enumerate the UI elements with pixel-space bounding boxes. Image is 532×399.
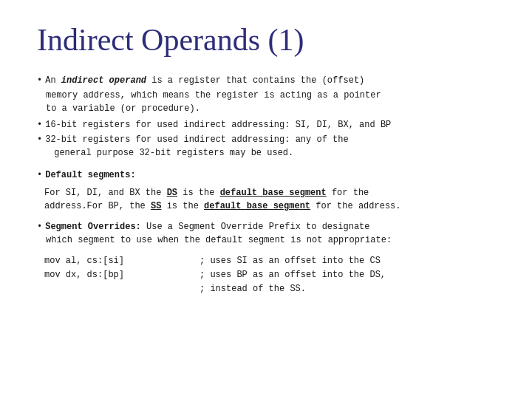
default-base-segment-2: default base segment — [204, 201, 310, 211]
code-line3-right: ; instead of the SS. — [200, 282, 495, 296]
ds-line2-pre: address.For BP, the — [44, 201, 151, 211]
code-line1-left: mov al, cs:[si] — [44, 254, 177, 268]
intro-pre: An — [45, 75, 61, 86]
code-line-2: mov dx, ds:[bp] ; uses BP as an offset i… — [44, 268, 495, 282]
ds-ss-lines: For SI, DI, and BX the DS is the default… — [44, 186, 495, 213]
bullet-dot-4: • — [37, 170, 42, 180]
code-line1-right: ; uses SI as an offset into the CS — [200, 254, 495, 268]
ds-line1: For SI, DI, and BX the DS is the default… — [44, 186, 495, 200]
code-line-3: ; instead of the SS. — [44, 282, 495, 296]
content-area: • An indirect operand is a register that… — [37, 74, 495, 297]
bullet-dot-2: • — [37, 118, 42, 132]
bullet-indirect-operand: • An indirect operand is a register that… — [37, 74, 495, 115]
ds-label: DS — [167, 188, 177, 198]
code-line2-left: mov dx, ds:[bp] — [44, 268, 177, 282]
default-segments-heading: Default segments: — [45, 170, 135, 180]
bullet-32bit: • 32-bit registers for used indirect add… — [37, 133, 495, 160]
segment-text: Use a Segment Override Prefix to designa… — [141, 222, 370, 232]
default-segments-section: •Default segments: — [37, 168, 495, 182]
ss-label: SS — [151, 201, 161, 211]
bullet32-line2: general purpose 32-bit registers may be … — [54, 146, 495, 160]
segment-overrides-section: •Segment Overrides: Use a Segment Overri… — [37, 220, 495, 247]
ds-line1-end: for the — [327, 188, 369, 198]
intro-post: is a register that contains the (offset) — [146, 75, 364, 86]
bullet-dot-3: • — [37, 133, 42, 146]
intro-line3: to a variable (or procedure). — [46, 102, 495, 115]
default-base-segment-1: default base segment — [220, 188, 327, 198]
intro-line2: memory address, which means the register… — [46, 89, 495, 102]
ds-line1-post: is the — [177, 188, 220, 198]
ds-line2: address.For BP, the SS is the default ba… — [44, 200, 495, 213]
code-line2-right: ; uses BP as an offset into the DS, — [200, 268, 495, 282]
bullet-text-1: An indirect operand is a register that c… — [45, 74, 495, 87]
bullet32-line1: 32-bit registers for used indirect addre… — [45, 133, 495, 146]
bullet-16bit: • 16-bit registers for used indirect add… — [37, 118, 495, 132]
segment-heading: Segment Overrides: — [45, 222, 141, 232]
bullet-line-1-cont: memory address, which means the register… — [46, 89, 495, 115]
ds-line2-post: is the — [161, 201, 204, 211]
page: Indirect Operands (1) • An indirect oper… — [0, 0, 532, 399]
code-block: mov al, cs:[si] ; uses SI as an offset i… — [44, 254, 495, 297]
bullet-dot-5: • — [37, 222, 42, 232]
code-line3-left — [44, 282, 177, 296]
code-line-1: mov al, cs:[si] ; uses SI as an offset i… — [44, 254, 495, 268]
ds-line1-pre: For SI, DI, and BX the — [44, 188, 167, 198]
bullet-text-3: 32-bit registers for used indirect addre… — [45, 133, 495, 160]
intro-italic-bold: indirect operand — [61, 75, 146, 86]
page-title: Indirect Operands (1) — [37, 22, 495, 58]
segment-line2: which segment to use when the default se… — [46, 233, 495, 247]
bullet-line-1: • An indirect operand is a register that… — [37, 74, 495, 87]
bullet-text-2: 16-bit registers for used indirect addre… — [45, 118, 495, 132]
ds-line2-end: for the address. — [310, 201, 400, 211]
bullet-dot-1: • — [37, 74, 42, 87]
